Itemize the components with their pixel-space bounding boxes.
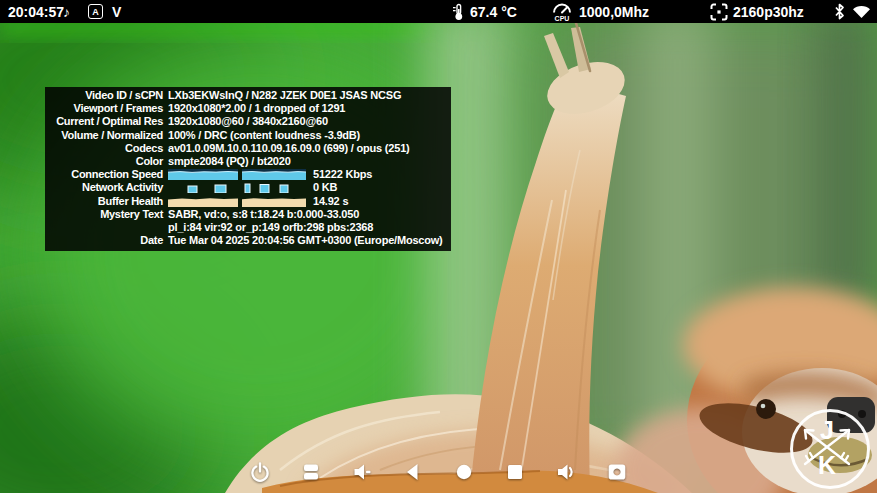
watermark-letter-top: J: [820, 416, 834, 444]
volume-up-icon: [555, 461, 577, 487]
recents-icon: [504, 461, 526, 487]
screen-resolution-icon: [710, 3, 728, 21]
nav-bar: [0, 455, 877, 493]
stat-label: Video ID / sCPN: [45, 89, 168, 102]
cpu-indicator: CPU 1000,0Mhz: [550, 0, 649, 23]
connection-speed-graph: [168, 169, 306, 180]
stat-label: Volume / Normalized: [45, 129, 168, 142]
back-button[interactable]: [402, 463, 424, 485]
stat-value: av01.0.09M.10.0.110.09.16.09.0 (699) / o…: [168, 142, 410, 155]
recents-button[interactable]: [504, 463, 526, 485]
volume-down-button[interactable]: [351, 463, 373, 485]
stat-row-mystery-text-2: pl_i:84 vir:92 or_p:149 orfb:298 pbs:236…: [45, 221, 451, 234]
stat-row-codecs: Codecs av01.0.09M.10.0.110.09.16.09.0 (6…: [45, 142, 451, 155]
stat-label: Network Activity: [45, 181, 168, 194]
volume-up-button[interactable]: [555, 463, 577, 485]
radio-indicators: [834, 0, 871, 23]
bluetooth-icon: [834, 3, 845, 20]
stat-value: 1920x1080@60 / 3840x2160@60: [168, 115, 328, 128]
watermark-letter-bottom: K: [818, 451, 836, 479]
stat-row-volume: Volume / Normalized 100% / DRC (content …: [45, 129, 451, 142]
clock: 20:04:57: [8, 0, 64, 23]
stat-row-resolution: Current / Optimal Res 1920x1080@60 / 384…: [45, 115, 451, 128]
stat-value: 100% / DRC (content loudness -3.9dB): [168, 129, 360, 142]
stat-row-video-id: Video ID / sCPN LXb3EKWsInQ / N282 JZEK …: [45, 89, 451, 102]
cpu-frequency-value: 1000,0Mhz: [579, 4, 649, 20]
buffer-health-graph: [168, 196, 306, 207]
menu-button[interactable]: [300, 463, 322, 485]
stat-value: pl_i:84 vir:92 or_p:149 orfb:298 pbs:236…: [168, 221, 373, 234]
stat-value: LXb3EKWsInQ / N282 JZEK D0E1 JSAS NCSG: [168, 89, 401, 102]
stat-value: 0 KB: [313, 181, 337, 194]
home-button[interactable]: [453, 463, 475, 485]
home-icon: [453, 461, 475, 487]
stat-label: Current / Optimal Res: [45, 115, 168, 128]
power-icon: [249, 461, 271, 487]
stat-value: SABR, vd:o, s:8 t:18.24 b:0.000-33.050: [168, 208, 359, 221]
display-mode-value: 2160p30hz: [733, 4, 804, 20]
volume-down-icon: [351, 461, 373, 487]
stat-row-mystery-text: Mystery Text SABR, vd:o, s:8 t:18.24 b:0…: [45, 208, 451, 221]
app-badge-a-icon: A: [88, 0, 103, 23]
stats-for-nerds-panel: Video ID / sCPN LXb3EKWsInQ / N282 JZEK …: [45, 87, 451, 251]
app-badge-v-icon: V: [112, 0, 121, 23]
stat-row-date: Date Tue Mar 04 2025 20:04:56 GMT+0300 (…: [45, 234, 451, 247]
stat-row-network-activity: Network Activity 0 KB: [45, 181, 451, 194]
stat-row-color: Color smpte2084 (PQ) / bt2020: [45, 155, 451, 168]
stat-value: smpte2084 (PQ) / bt2020: [168, 155, 291, 168]
cpu-gauge-icon: CPU: [550, 1, 574, 22]
stat-row-connection-speed: Connection Speed 51222 Kbps: [45, 168, 451, 181]
stat-value: 51222 Kbps: [313, 168, 372, 181]
stat-value: Tue Mar 04 2025 20:04:56 GMT+0300 (Europ…: [168, 234, 443, 247]
temperature-value: 67.4 °C: [470, 4, 517, 20]
stat-label: Codecs: [45, 142, 168, 155]
display-mode-indicator: 2160p30hz: [710, 0, 804, 23]
network-activity-graph: [168, 182, 306, 193]
svg-text:CPU: CPU: [555, 15, 570, 22]
stat-label: Color: [45, 155, 168, 168]
wifi-icon: [852, 4, 871, 19]
crossed-arrows-logo: J K: [793, 412, 861, 480]
screenshot-icon: [606, 461, 628, 487]
back-icon: [402, 461, 424, 487]
stat-value: 14.92 s: [313, 195, 348, 208]
stat-row-viewport: Viewport / Frames 1920x1080*2.00 / 1 dro…: [45, 102, 451, 115]
channel-watermark: J K: [790, 409, 870, 489]
temperature-indicator: 67.4 °C: [452, 0, 517, 23]
stat-label: Date: [45, 234, 168, 247]
stat-row-buffer-health: Buffer Health 14.92 s: [45, 195, 451, 208]
music-note-icon: ♪: [63, 0, 70, 23]
stat-label: Viewport / Frames: [45, 102, 168, 115]
stat-label: Buffer Health: [45, 195, 168, 208]
stat-label: Mystery Text: [45, 208, 168, 221]
stat-value: 1920x1080*2.00 / 1 dropped of 1291: [168, 102, 345, 115]
power-button[interactable]: [249, 463, 271, 485]
screenshot-button[interactable]: [606, 463, 628, 485]
status-bar: 20:04:57 ♪ A V 67.4 °C CPU 1000,0Mhz 216…: [0, 0, 877, 23]
menu-icon: [300, 461, 322, 487]
thermometer-icon: [452, 3, 465, 21]
stat-label: Connection Speed: [45, 168, 168, 181]
